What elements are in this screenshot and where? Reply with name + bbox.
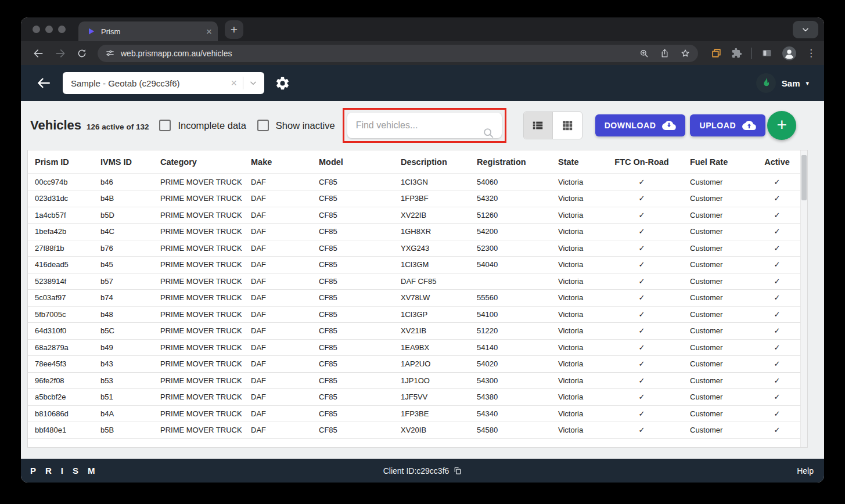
forward-icon[interactable] (55, 48, 66, 59)
window-controls[interactable] (33, 26, 66, 33)
table-row[interactable]: 416dead5b45PRIME MOVER TRUCKDAFCF851CI3G… (28, 257, 801, 273)
user-menu[interactable]: Sam ▾ (756, 73, 809, 93)
cell: ✓ (753, 174, 801, 190)
address-bar[interactable]: web.prismapp.com.au/vehicles (98, 45, 698, 62)
cell: Customer (683, 257, 753, 273)
show-inactive-checkbox[interactable] (257, 120, 269, 131)
cell: ✓ (601, 422, 683, 439)
table-row[interactable]: 96fe2f08b53PRIME MOVER TRUCKDAFCF851JP1O… (28, 372, 801, 389)
back-arrow-icon[interactable] (36, 75, 51, 91)
search-input[interactable] (347, 113, 502, 138)
bookmark-star-icon[interactable] (680, 48, 691, 59)
cell: ✓ (601, 224, 683, 240)
cell: PRIME MOVER TRUCK (153, 240, 244, 257)
table-row[interactable]: 023d31dcb4BPRIME MOVER TRUCKDAFCF851FP3B… (28, 190, 801, 207)
table-row[interactable]: 5fb7005cb48PRIME MOVER TRUCKDAFCF851CI3G… (28, 306, 801, 323)
side-panel-icon[interactable] (761, 48, 772, 59)
cell: Customer (683, 422, 753, 439)
cell: 5238914f (28, 273, 94, 290)
browser-tab[interactable]: Prism × (78, 21, 218, 41)
cell: CF85 (312, 356, 394, 373)
column-header-model[interactable]: Model (312, 150, 394, 174)
cell: CF85 (312, 422, 394, 439)
close-window-button[interactable] (33, 26, 40, 33)
download-button[interactable]: DOWNLOAD (595, 114, 686, 136)
cell: DAF (244, 240, 312, 257)
back-icon[interactable] (33, 48, 44, 59)
cell: DAF (244, 323, 312, 340)
table-row[interactable]: 00cc974bb46PRIME MOVER TRUCKDAFCF851CI3G… (28, 174, 801, 190)
client-selector[interactable]: Sample - Geotab (c29cc3f6) × (63, 72, 264, 94)
share-icon[interactable] (660, 48, 670, 58)
reload-icon[interactable] (77, 48, 87, 59)
profile-avatar-icon[interactable] (782, 46, 797, 61)
cell: ✓ (601, 207, 683, 224)
help-link[interactable]: Help (797, 466, 814, 476)
column-header-prism-id[interactable]: Prism ID (28, 150, 94, 174)
clear-selection-icon[interactable]: × (231, 77, 237, 89)
table-row[interactable]: 5c03af97b74PRIME MOVER TRUCKDAFCF85XV78L… (28, 290, 801, 307)
browser-menu-icon[interactable]: ⋮ (806, 47, 816, 59)
cell: Customer (683, 389, 753, 406)
table-row[interactable]: b810686db4APRIME MOVER TRUCKDAFCF851FP3B… (28, 405, 801, 422)
cell: 64d310f0 (28, 323, 94, 340)
column-header-active[interactable]: Active (753, 150, 801, 174)
zoom-page-icon[interactable] (639, 48, 649, 59)
column-header-description[interactable]: Description (394, 150, 470, 174)
table-row[interactable]: 78ee45f3b43PRIME MOVER TRUCKDAFCF851AP2U… (28, 356, 801, 373)
page-title: Vehicles (30, 118, 81, 133)
settings-gear-icon[interactable] (275, 75, 290, 91)
app-header: Sample - Geotab (c29cc3f6) × Sam ▾ (21, 65, 824, 101)
cell: Victoria (551, 339, 601, 356)
column-header-ivms-id[interactable]: IVMS ID (94, 150, 153, 174)
incomplete-data-checkbox[interactable] (159, 120, 171, 131)
url-text[interactable]: web.prismapp.com.au/vehicles (121, 49, 633, 58)
cell: ✓ (753, 224, 801, 240)
table-row[interactable]: a5bcbf2eb51PRIME MOVER TRUCKDAFCF851JF5V… (28, 389, 801, 406)
cell: ✓ (753, 356, 801, 373)
copy-icon[interactable] (453, 466, 462, 475)
column-header-registration[interactable]: Registration (470, 150, 551, 174)
cell: CF85 (312, 372, 394, 389)
table-row[interactable]: bbf480e1b5BPRIME MOVER TRUCKDAFCF85XV20I… (28, 422, 801, 439)
cell: Victoria (551, 422, 601, 439)
add-vehicle-button[interactable]: + (767, 111, 796, 140)
tab-close-icon[interactable]: × (206, 27, 212, 37)
cell: PRIME MOVER TRUCK (153, 323, 244, 340)
cell: DAF (244, 207, 312, 224)
chevron-down-icon[interactable] (249, 79, 257, 87)
table-row[interactable]: 5238914fb57PRIME MOVER TRUCKDAFCF85DAF C… (28, 273, 801, 290)
table-row[interactable]: 64d310f0b5CPRIME MOVER TRUCKDAFCF85XV21I… (28, 323, 801, 340)
grid-view-button[interactable] (553, 112, 582, 139)
column-header-state[interactable]: State (551, 150, 601, 174)
column-header-fuel-rate[interactable]: Fuel Rate (683, 150, 753, 174)
table-row[interactable]: 68a2879ab49PRIME MOVER TRUCKDAFCF851EA9B… (28, 339, 801, 356)
cell: CF85 (312, 389, 394, 406)
column-header-ftc-on-road[interactable]: FTC On-Road (601, 150, 683, 174)
cell: 54340 (470, 405, 551, 422)
table-row[interactable]: 1a4cb57fb5DPRIME MOVER TRUCKDAFCF85XV22I… (28, 207, 801, 224)
cell: Victoria (551, 306, 601, 323)
extensions-puzzle-icon[interactable] (731, 48, 742, 59)
new-tab-button[interactable]: + (225, 20, 243, 39)
cell: 78ee45f3 (28, 356, 94, 373)
zoom-window-button[interactable] (58, 26, 66, 33)
minimize-window-button[interactable] (45, 26, 53, 33)
scrollbar-thumb[interactable] (801, 155, 807, 200)
user-avatar[interactable] (756, 73, 776, 93)
table-scrollbar[interactable] (800, 150, 807, 447)
cell: PRIME MOVER TRUCK (153, 290, 244, 307)
user-name[interactable]: Sam (782, 78, 800, 88)
column-header-make[interactable]: Make (244, 150, 312, 174)
window-restore-extension-icon[interactable] (711, 48, 722, 59)
table-row[interactable]: 1befa42bb4CPRIME MOVER TRUCKDAFCF851GH8X… (28, 224, 801, 240)
cell: ✓ (753, 372, 801, 389)
list-view-button[interactable] (524, 112, 553, 139)
column-header-category[interactable]: Category (153, 150, 244, 174)
cell: 1a4cb57f (28, 207, 94, 224)
site-settings-icon[interactable] (105, 48, 115, 58)
cell: ✓ (601, 323, 683, 340)
upload-button[interactable]: UPLOAD (690, 114, 765, 136)
table-row[interactable]: 27f88f1bb76PRIME MOVER TRUCKDAFCF85YXG24… (28, 240, 801, 257)
tab-search-chevron-icon[interactable] (793, 21, 818, 38)
